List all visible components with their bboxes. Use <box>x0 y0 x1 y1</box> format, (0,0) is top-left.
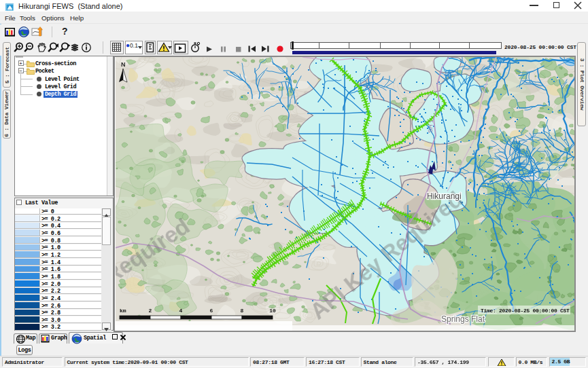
svg-text:10: 10 <box>269 308 276 314</box>
svg-text:Hikurangi: Hikurangi <box>427 191 462 201</box>
svg-text:Time: 2020-08-25 00:00:00 CST: Time: 2020-08-25 00:00:00 CST <box>481 308 570 314</box>
svg-text:Springs Flat: Springs Flat <box>441 314 485 324</box>
svg-text:2: 2 <box>149 308 152 314</box>
svg-text:SH 1: SH 1 <box>427 119 434 133</box>
svg-text:6: 6 <box>210 308 213 314</box>
svg-text:8: 8 <box>241 308 244 314</box>
svg-text:4: 4 <box>179 308 183 314</box>
svg-text:N: N <box>121 61 126 68</box>
svg-text:km: km <box>120 308 126 314</box>
